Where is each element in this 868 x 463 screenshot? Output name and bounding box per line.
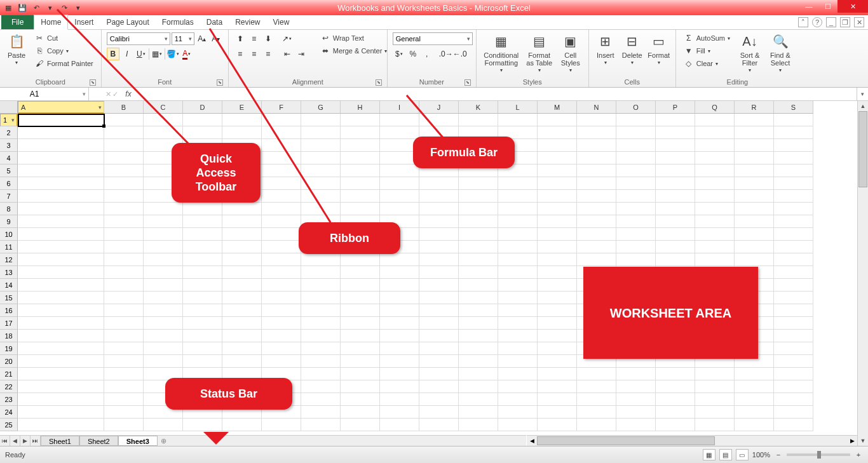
- italic-button[interactable]: I: [121, 48, 133, 60]
- cell[interactable]: [262, 253, 301, 266]
- cell[interactable]: [18, 406, 104, 419]
- cell[interactable]: [774, 126, 813, 139]
- align-left-button[interactable]: ≡: [234, 48, 247, 60]
- cell[interactable]: [459, 279, 498, 292]
- shrink-font-button[interactable]: A▾: [210, 32, 222, 45]
- font-color-button[interactable]: A: [180, 48, 193, 60]
- cell[interactable]: [104, 203, 144, 215]
- cell[interactable]: [735, 406, 774, 419]
- cell[interactable]: [341, 342, 380, 355]
- cell[interactable]: [301, 406, 341, 419]
- row-header[interactable]: 13: [0, 266, 18, 279]
- cell[interactable]: [459, 253, 498, 266]
- help-button[interactable]: ?: [812, 17, 822, 27]
- cell[interactable]: [104, 241, 144, 253]
- cell[interactable]: [222, 203, 262, 215]
- cell[interactable]: [301, 342, 341, 355]
- cell[interactable]: [222, 355, 262, 368]
- cell[interactable]: [419, 419, 459, 431]
- cell[interactable]: [577, 164, 616, 177]
- wrap-text-button[interactable]: ↩Wrap Text: [318, 32, 390, 44]
- cell[interactable]: [262, 355, 301, 368]
- cell[interactable]: [735, 241, 774, 253]
- cell[interactable]: [695, 126, 735, 139]
- orientation-button[interactable]: ↗: [281, 32, 294, 45]
- cell[interactable]: [419, 190, 459, 203]
- cell[interactable]: [695, 393, 735, 406]
- cell[interactable]: [735, 190, 774, 203]
- paste-button[interactable]: 📋 Paste ▾: [5, 32, 28, 67]
- cell[interactable]: [380, 406, 419, 419]
- cell[interactable]: [183, 253, 222, 266]
- tab-file[interactable]: File: [1, 15, 34, 29]
- cell[interactable]: [301, 304, 341, 317]
- cell[interactable]: [656, 228, 695, 241]
- row-header[interactable]: 3: [0, 139, 18, 152]
- row-header[interactable]: 15: [0, 292, 18, 304]
- cell[interactable]: [104, 190, 144, 203]
- cell[interactable]: [616, 177, 656, 190]
- cell[interactable]: [419, 317, 459, 330]
- formula-input[interactable]: [136, 88, 857, 100]
- cell[interactable]: [616, 126, 656, 139]
- find-select-button[interactable]: 🔍Find & Select▾: [767, 32, 794, 74]
- cell[interactable]: [301, 292, 341, 304]
- cell[interactable]: [183, 266, 222, 279]
- cell[interactable]: [538, 164, 577, 177]
- cell[interactable]: [104, 419, 144, 431]
- column-header[interactable]: I: [380, 101, 419, 114]
- cell[interactable]: [774, 406, 813, 419]
- cell[interactable]: [577, 139, 616, 152]
- cell[interactable]: [301, 126, 341, 139]
- cell[interactable]: [380, 355, 419, 368]
- cell[interactable]: [616, 368, 656, 380]
- cell[interactable]: [18, 380, 104, 393]
- cell[interactable]: [380, 292, 419, 304]
- cell[interactable]: [459, 393, 498, 406]
- column-header[interactable]: B: [104, 101, 144, 114]
- cell[interactable]: [459, 266, 498, 279]
- cell[interactable]: [774, 190, 813, 203]
- cell[interactable]: [616, 203, 656, 215]
- cell[interactable]: [341, 380, 380, 393]
- cell[interactable]: [144, 304, 183, 317]
- cell[interactable]: [262, 164, 301, 177]
- cell[interactable]: [104, 152, 144, 164]
- cell[interactable]: [144, 330, 183, 342]
- cell[interactable]: [144, 126, 183, 139]
- cell[interactable]: [538, 253, 577, 266]
- cell[interactable]: [341, 114, 380, 126]
- cell[interactable]: [144, 215, 183, 228]
- cell[interactable]: [498, 317, 538, 330]
- cell[interactable]: [18, 203, 104, 215]
- underline-button[interactable]: U: [135, 48, 147, 60]
- format-cells-button[interactable]: ▭Format▾: [648, 32, 670, 67]
- row-header[interactable]: 24: [0, 406, 18, 419]
- cell[interactable]: [656, 177, 695, 190]
- cell[interactable]: [459, 190, 498, 203]
- cell[interactable]: [695, 203, 735, 215]
- cell[interactable]: [695, 406, 735, 419]
- cell[interactable]: [538, 279, 577, 292]
- scroll-left-arrow[interactable]: ◀: [527, 436, 537, 446]
- cell[interactable]: [301, 317, 341, 330]
- cell[interactable]: [774, 355, 813, 368]
- cell[interactable]: [774, 380, 813, 393]
- tab-review[interactable]: Review: [229, 15, 266, 29]
- cell[interactable]: [104, 380, 144, 393]
- cell[interactable]: [695, 177, 735, 190]
- minimize-button[interactable]: —: [799, 0, 818, 13]
- cell[interactable]: [301, 203, 341, 215]
- cell[interactable]: [262, 304, 301, 317]
- cell[interactable]: [18, 152, 104, 164]
- cell[interactable]: [222, 215, 262, 228]
- cell[interactable]: [577, 114, 616, 126]
- cell[interactable]: [419, 292, 459, 304]
- sheet-tab-3[interactable]: Sheet3: [118, 436, 158, 446]
- cell[interactable]: [498, 228, 538, 241]
- cell[interactable]: [301, 380, 341, 393]
- cell[interactable]: [656, 241, 695, 253]
- cell[interactable]: [380, 190, 419, 203]
- scroll-right-arrow[interactable]: ▶: [847, 436, 857, 446]
- cell[interactable]: [498, 419, 538, 431]
